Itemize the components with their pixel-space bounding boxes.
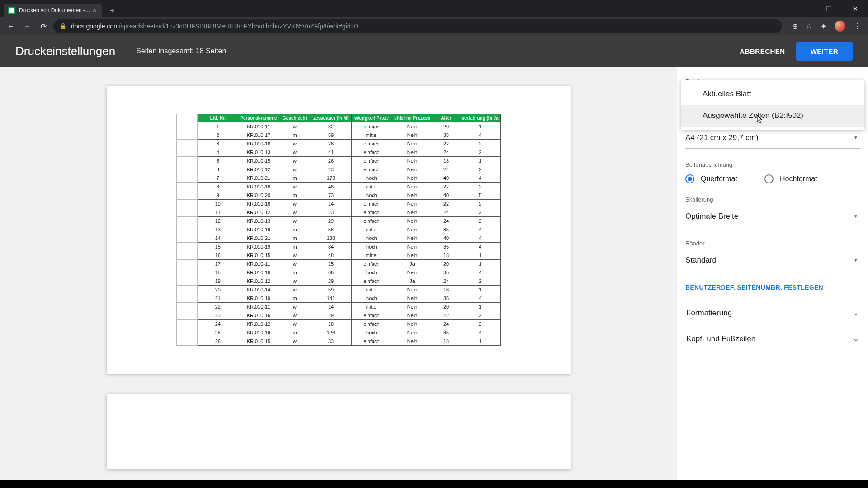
close-window-icon[interactable]: ✕ (842, 0, 868, 17)
formatting-expander[interactable]: Formatierung ⌄ (685, 300, 860, 326)
table-row: 2KR.010-17m59mittelNein354 (177, 131, 500, 140)
dropdown-option-current-sheet[interactable]: Aktuelles Blatt (681, 83, 864, 105)
margins-select[interactable]: Standard ▼ (685, 249, 860, 271)
table-row: 13KR.010-19m58mittelNein354 (177, 225, 500, 234)
scaling-label: Skalierung (685, 196, 860, 203)
back-button[interactable]: ← (5, 20, 17, 33)
chevron-down-icon: ▼ (854, 135, 858, 140)
orientation-landscape-radio[interactable]: Querformat (685, 174, 737, 183)
scaling-value: Optimale Breite (685, 212, 738, 221)
radio-unselected-icon (764, 174, 774, 183)
titlebar: Drucken von Dokumenten - Goo ✕ ＋ ― ☐ ✕ (0, 0, 868, 17)
tab-title: Drucken von Dokumenten - Goo (19, 7, 91, 14)
profile-avatar[interactable] (835, 21, 845, 32)
table-row: 19KR.010-12w29einfachJa242 (177, 277, 500, 286)
scaling-select[interactable]: Optimale Breite ▼ (685, 206, 860, 227)
chevron-down-icon: ⌄ (853, 334, 859, 343)
table-row: 6KR.010-12w23einfachNein242 (177, 165, 500, 174)
radio-selected-icon (685, 174, 694, 183)
table-row: 18KR.010-18m66hochNein354 (177, 268, 500, 277)
table-header: serfahrung (in Ja (460, 114, 500, 122)
table-header: wierigkeit Proze (351, 114, 392, 122)
orientation-portrait-radio[interactable]: Hochformat (764, 174, 817, 183)
page-count-summary: Seiten insgesamt: 18 Seiten (136, 47, 226, 55)
url-path: /spreadsheets/d/1cz3cDUFSDt888MeUIL3mFYb… (119, 23, 358, 30)
content-area: Lfd. Nr.Personal-nummeGeschlechtzessdaue… (0, 67, 868, 488)
table-header: Alter (433, 114, 460, 122)
table-row: 10KR.010-16w14einfachNein222 (177, 200, 500, 208)
url-bar: ← → ⟳ 🔒 docs.google.com/spreadsheets/d/1… (0, 17, 868, 35)
taskbar (0, 480, 868, 488)
preview-page-1: Lfd. Nr.Personal-nummeGeschlechtzessdaue… (107, 86, 571, 374)
menu-icon[interactable]: ⋮ (854, 22, 861, 31)
reload-button[interactable]: ⟳ (37, 20, 50, 33)
table-row: 17KR.010-11w15einfachJa201 (177, 260, 500, 268)
zoom-icon[interactable]: ⊕ (792, 22, 798, 31)
maximize-icon[interactable]: ☐ (816, 0, 842, 17)
table-row: 4KR.010-13w41einfachNein242 (177, 148, 500, 157)
table-row: 24KR.010-12w18einfachNein242 (177, 320, 500, 328)
paper-size-value: A4 (21 cm x 29,7 cm) (685, 133, 759, 142)
window-controls: ― ☐ ✕ (789, 0, 868, 17)
url-host: docs.google.com (71, 23, 119, 30)
table-header: ehler im Prozess (392, 114, 433, 122)
bookmark-icon[interactable]: ☆ (806, 22, 812, 31)
orientation-landscape-label: Querformat (701, 175, 737, 183)
headers-footers-label: Kopf- und Fußzeilen (686, 334, 755, 343)
table-row: 23KR.010-16w29einfachNein222 (177, 311, 500, 320)
table-row: 16KR.010-15w48mittelNein181 (177, 251, 500, 260)
headers-footers-expander[interactable]: Kopf- und Fußzeilen ⌄ (685, 326, 860, 352)
margins-label: Ränder (685, 240, 860, 247)
address-bar[interactable]: 🔒 docs.google.com/spreadsheets/d/1cz3cDU… (53, 19, 782, 33)
table-row: 1KR.010-11w32einfachNein201 (177, 122, 500, 131)
custom-page-breaks-link[interactable]: BENUTZERDEF. SEITENUMBR. FESTLEGEN (685, 284, 860, 291)
next-button[interactable]: WEITER (796, 42, 853, 61)
paper-size-select[interactable]: A4 (21 cm x 29,7 cm) ▼ (685, 127, 860, 149)
cancel-button[interactable]: ABBRECHEN (740, 47, 785, 55)
table-row: 11KR.010-12w23einfachNein242 (177, 208, 500, 217)
table-row: 8KR.010-16w46mittelNein222 (177, 183, 500, 191)
lock-icon: 🔒 (60, 23, 66, 29)
chevron-down-icon: ▼ (854, 214, 858, 219)
extensions-icon[interactable]: ✦ (821, 22, 826, 31)
dropdown-option-selected-cells[interactable]: Ausgewählte Zellen (B2:I502) (681, 105, 864, 127)
orientation-label: Seitenausrichtung (685, 161, 860, 168)
print-settings-header: Druckeinstellungen Seiten insgesamt: 18 … (0, 35, 868, 67)
table-row: 3KR.010-16w26einfachNein222 (177, 140, 500, 148)
new-tab-button[interactable]: ＋ (108, 6, 116, 15)
browser-tab[interactable]: Drucken von Dokumenten - Goo ✕ (4, 4, 102, 17)
table-header: Personal-numme (238, 114, 279, 122)
chevron-down-icon: ⌄ (853, 308, 859, 318)
page-title: Druckeinstellungen (15, 44, 115, 58)
table-row: 15KR.010-19m84hochNein354 (177, 243, 500, 251)
print-target-dropdown[interactable]: Aktuelles Blatt Ausgewählte Zellen (B2:I… (681, 80, 864, 130)
sheets-favicon (8, 7, 15, 14)
chevron-down-icon: ▼ (854, 258, 858, 263)
print-preview-pane[interactable]: Lfd. Nr.Personal-nummeGeschlechtzessdaue… (0, 67, 677, 488)
table-header: Geschlecht (279, 114, 311, 122)
preview-page-2 (107, 394, 571, 469)
close-tab-icon[interactable]: ✕ (91, 6, 98, 14)
preview-table: Lfd. Nr.Personal-nummeGeschlechtzessdaue… (176, 114, 500, 346)
formatting-label: Formatierung (686, 309, 732, 318)
table-row: 7KR.010-21m173hochNein404 (177, 174, 500, 183)
forward-button[interactable]: → (21, 20, 33, 33)
table-row: 22KR.010-11w14mittelNein201 (177, 303, 500, 311)
table-row: 25KR.010-19m126hochNein354 (177, 328, 500, 337)
table-header: zessdauer (in Mi (311, 114, 351, 122)
table-row: 21KR.010-19m141hochNein354 (177, 294, 500, 303)
orientation-portrait-label: Hochformat (780, 175, 817, 183)
table-row: 20KR.010-14w59mittelNein181 (177, 286, 500, 294)
print-sidebar: Aktuelles Blatt Ausgewählte Zellen (B2:I… (677, 67, 868, 488)
table-row: 5KR.010-15w26einfachNein181 (177, 157, 500, 165)
table-row: 9KR.010-20m73hochNein405 (177, 191, 500, 200)
table-header: Lfd. Nr. (198, 114, 238, 122)
margins-value: Standard (685, 256, 717, 265)
table-row: 12KR.010-13w29einfachNein242 (177, 217, 500, 225)
table-row: 26KR.010-15w33einfachNein181 (177, 337, 500, 346)
minimize-icon[interactable]: ― (789, 0, 816, 17)
table-row: 14KR.010-21m138hochNein404 (177, 234, 500, 243)
